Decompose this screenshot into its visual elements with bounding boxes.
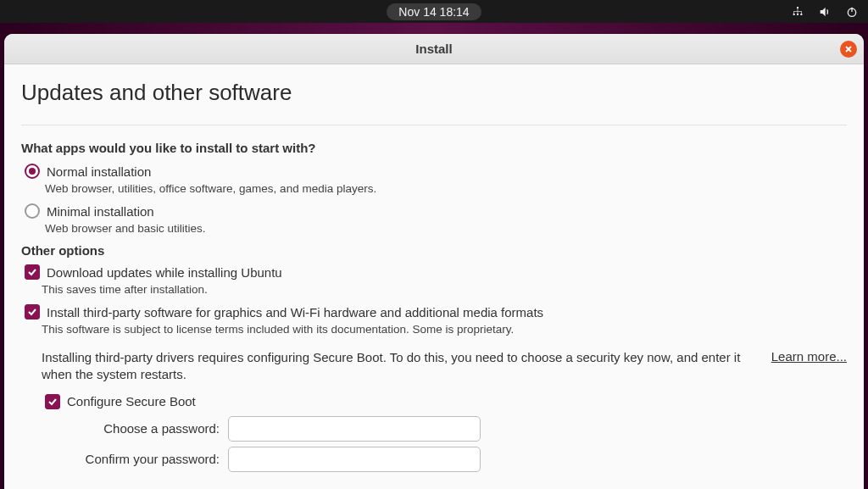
svg-rect-1 bbox=[793, 14, 795, 15]
svg-rect-0 bbox=[797, 7, 798, 8]
window-close-button[interactable] bbox=[840, 41, 857, 58]
apps-question: What apps would you like to install to s… bbox=[21, 141, 847, 155]
radio-icon bbox=[25, 203, 40, 219]
normal-install-label: Normal installation bbox=[47, 164, 151, 179]
svg-rect-8 bbox=[801, 11, 802, 14]
minimal-install-desc: Web browser and basic utilities. bbox=[45, 222, 847, 235]
svg-rect-2 bbox=[797, 14, 798, 15]
power-icon[interactable] bbox=[844, 4, 860, 19]
installer-window: Install Updates and other software What … bbox=[4, 34, 864, 489]
configure-secure-boot-label: Configure Secure Boot bbox=[67, 394, 196, 408]
window-title: Install bbox=[415, 42, 452, 56]
minimal-install-label: Minimal installation bbox=[47, 204, 154, 219]
desktop-background-strip bbox=[0, 23, 868, 34]
download-updates-checkbox-row[interactable]: Download updates while installing Ubuntu bbox=[25, 264, 847, 280]
gnome-top-bar: Nov 14 18:14 bbox=[0, 0, 868, 23]
learn-more-link[interactable]: Learn more... bbox=[771, 349, 847, 364]
svg-rect-3 bbox=[800, 14, 802, 15]
checkbox-icon bbox=[25, 264, 40, 280]
confirm-password-row: Confirm your password: bbox=[69, 447, 847, 472]
network-icon[interactable] bbox=[790, 4, 805, 19]
secure-boot-password-grid: Choose a password: Confirm your password… bbox=[69, 416, 847, 472]
download-updates-label: Download updates while installing Ubuntu bbox=[47, 265, 282, 280]
installer-content: Updates and other software What apps wou… bbox=[4, 64, 864, 472]
minimal-install-radio-row[interactable]: Minimal installation bbox=[25, 203, 847, 219]
window-title-bar: Install bbox=[4, 34, 864, 64]
download-updates-desc: This saves time after installation. bbox=[42, 283, 847, 296]
choose-password-row: Choose a password: bbox=[69, 416, 847, 442]
normal-install-desc: Web browser, utilities, office software,… bbox=[45, 182, 847, 195]
svg-rect-6 bbox=[793, 11, 794, 14]
clock-text: Nov 14 18:14 bbox=[398, 5, 469, 19]
configure-secure-boot-checkbox-row[interactable]: Configure Secure Boot bbox=[45, 394, 847, 409]
secure-boot-row: Installing third-party drivers requires … bbox=[21, 344, 847, 392]
normal-install-radio-row[interactable]: Normal installation bbox=[25, 164, 847, 179]
header-divider bbox=[21, 125, 847, 125]
confirm-password-label: Confirm your password: bbox=[69, 452, 220, 466]
third-party-label: Install third-party software for graphic… bbox=[47, 305, 543, 320]
checkbox-icon bbox=[25, 304, 40, 320]
choose-password-input[interactable] bbox=[228, 416, 481, 442]
volume-icon[interactable] bbox=[817, 4, 832, 19]
svg-rect-7 bbox=[798, 11, 798, 14]
system-tray bbox=[790, 4, 860, 19]
checkbox-icon bbox=[45, 394, 60, 409]
other-options-heading: Other options bbox=[21, 243, 847, 258]
choose-password-label: Choose a password: bbox=[69, 421, 220, 436]
third-party-checkbox-row[interactable]: Install third-party software for graphic… bbox=[25, 304, 847, 320]
page-title: Updates and other software bbox=[21, 80, 847, 106]
svg-rect-4 bbox=[798, 8, 798, 11]
confirm-password-input[interactable] bbox=[228, 447, 481, 472]
secure-boot-note: Installing third-party drivers requires … bbox=[42, 349, 756, 384]
radio-icon bbox=[25, 164, 40, 179]
third-party-desc: This software is subject to license term… bbox=[42, 323, 847, 336]
clock-pill[interactable]: Nov 14 18:14 bbox=[387, 3, 481, 20]
